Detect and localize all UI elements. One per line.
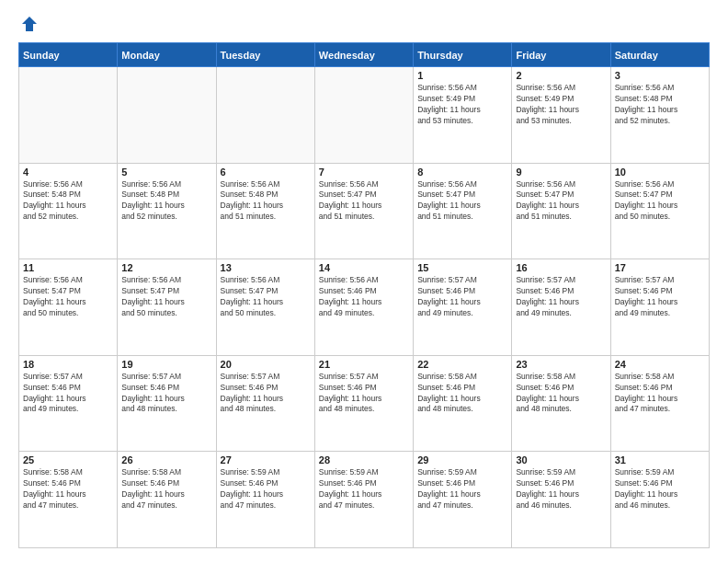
calendar-cell: 30Sunrise: 5:59 AM Sunset: 5:46 PM Dayli… xyxy=(512,452,610,548)
day-number: 26 xyxy=(121,454,211,465)
calendar-cell: 7Sunrise: 5:56 AM Sunset: 5:47 PM Daylig… xyxy=(314,163,413,259)
day-number: 28 xyxy=(319,454,409,465)
calendar-cell: 20Sunrise: 5:57 AM Sunset: 5:46 PM Dayli… xyxy=(216,355,314,452)
calendar-cell: 2Sunrise: 5:56 AM Sunset: 5:49 PM Daylig… xyxy=(512,67,610,164)
col-header-thursday: Thursday xyxy=(414,43,512,67)
cell-info: Sunrise: 5:57 AM Sunset: 5:46 PM Dayligh… xyxy=(417,275,507,319)
cell-info: Sunrise: 5:56 AM Sunset: 5:48 PM Dayligh… xyxy=(23,179,113,224)
day-number: 23 xyxy=(516,359,606,370)
day-number: 5 xyxy=(121,167,211,178)
col-header-sunday: Sunday xyxy=(19,43,118,67)
cell-info: Sunrise: 5:59 AM Sunset: 5:46 PM Dayligh… xyxy=(516,467,606,511)
day-number: 22 xyxy=(417,359,507,370)
calendar-cell: 31Sunrise: 5:59 AM Sunset: 5:46 PM Dayli… xyxy=(610,452,709,548)
cell-info: Sunrise: 5:56 AM Sunset: 5:48 PM Dayligh… xyxy=(615,83,705,127)
day-number: 11 xyxy=(23,262,113,273)
day-number: 17 xyxy=(615,262,705,273)
day-number: 21 xyxy=(319,359,409,370)
calendar-cell: 10Sunrise: 5:56 AM Sunset: 5:47 PM Dayli… xyxy=(610,163,709,259)
calendar-cell: 19Sunrise: 5:57 AM Sunset: 5:46 PM Dayli… xyxy=(118,355,216,452)
calendar-cell: 22Sunrise: 5:58 AM Sunset: 5:46 PM Dayli… xyxy=(414,355,512,452)
day-number: 7 xyxy=(319,167,409,178)
calendar-cell: 26Sunrise: 5:58 AM Sunset: 5:46 PM Dayli… xyxy=(118,452,216,548)
col-header-friday: Friday xyxy=(512,43,610,67)
cell-info: Sunrise: 5:56 AM Sunset: 5:49 PM Dayligh… xyxy=(516,83,606,127)
cell-info: Sunrise: 5:58 AM Sunset: 5:46 PM Dayligh… xyxy=(615,372,705,416)
calendar-cell: 25Sunrise: 5:58 AM Sunset: 5:46 PM Dayli… xyxy=(19,452,118,548)
cell-info: Sunrise: 5:59 AM Sunset: 5:46 PM Dayligh… xyxy=(221,467,311,511)
day-number: 4 xyxy=(23,167,113,178)
calendar-cell: 24Sunrise: 5:58 AM Sunset: 5:46 PM Dayli… xyxy=(610,355,709,452)
calendar-cell: 1Sunrise: 5:56 AM Sunset: 5:49 PM Daylig… xyxy=(414,67,512,164)
cell-info: Sunrise: 5:58 AM Sunset: 5:46 PM Dayligh… xyxy=(23,467,113,511)
calendar-cell xyxy=(314,67,413,164)
cell-info: Sunrise: 5:57 AM Sunset: 5:46 PM Dayligh… xyxy=(516,275,606,319)
day-number: 27 xyxy=(221,454,311,465)
day-number: 2 xyxy=(516,70,606,81)
cell-info: Sunrise: 5:56 AM Sunset: 5:47 PM Dayligh… xyxy=(615,179,705,224)
cell-info: Sunrise: 5:58 AM Sunset: 5:46 PM Dayligh… xyxy=(417,372,507,416)
cell-info: Sunrise: 5:56 AM Sunset: 5:47 PM Dayligh… xyxy=(516,179,606,224)
day-number: 15 xyxy=(417,262,507,273)
day-number: 24 xyxy=(615,359,705,370)
calendar-cell: 5Sunrise: 5:56 AM Sunset: 5:48 PM Daylig… xyxy=(118,163,216,259)
header xyxy=(18,15,710,33)
day-number: 18 xyxy=(23,359,113,370)
day-number: 1 xyxy=(417,70,507,81)
calendar: SundayMondayTuesdayWednesdayThursdayFrid… xyxy=(18,42,710,548)
calendar-cell xyxy=(216,67,314,164)
week-row-4: 18Sunrise: 5:57 AM Sunset: 5:46 PM Dayli… xyxy=(19,355,710,452)
calendar-cell: 14Sunrise: 5:56 AM Sunset: 5:46 PM Dayli… xyxy=(314,259,413,356)
col-header-wednesday: Wednesday xyxy=(314,43,413,67)
calendar-cell: 9Sunrise: 5:56 AM Sunset: 5:47 PM Daylig… xyxy=(512,163,610,259)
cell-info: Sunrise: 5:56 AM Sunset: 5:47 PM Dayligh… xyxy=(417,179,507,224)
calendar-cell: 23Sunrise: 5:58 AM Sunset: 5:46 PM Dayli… xyxy=(512,355,610,452)
calendar-cell: 16Sunrise: 5:57 AM Sunset: 5:46 PM Dayli… xyxy=(512,259,610,356)
day-number: 10 xyxy=(615,167,705,178)
day-number: 13 xyxy=(221,262,311,273)
calendar-cell: 13Sunrise: 5:56 AM Sunset: 5:47 PM Dayli… xyxy=(216,259,314,356)
cell-info: Sunrise: 5:56 AM Sunset: 5:48 PM Dayligh… xyxy=(121,179,211,224)
cell-info: Sunrise: 5:59 AM Sunset: 5:46 PM Dayligh… xyxy=(417,467,507,511)
calendar-cell: 28Sunrise: 5:59 AM Sunset: 5:46 PM Dayli… xyxy=(314,452,413,548)
cell-info: Sunrise: 5:57 AM Sunset: 5:46 PM Dayligh… xyxy=(121,372,211,416)
week-row-2: 4Sunrise: 5:56 AM Sunset: 5:48 PM Daylig… xyxy=(19,163,710,259)
logo-icon xyxy=(20,15,39,33)
week-row-3: 11Sunrise: 5:56 AM Sunset: 5:47 PM Dayli… xyxy=(19,259,710,356)
day-number: 12 xyxy=(121,262,211,273)
cell-info: Sunrise: 5:56 AM Sunset: 5:49 PM Dayligh… xyxy=(417,83,507,127)
svg-marker-0 xyxy=(22,17,37,31)
cell-info: Sunrise: 5:57 AM Sunset: 5:46 PM Dayligh… xyxy=(221,372,311,416)
cell-info: Sunrise: 5:58 AM Sunset: 5:46 PM Dayligh… xyxy=(121,467,211,511)
logo xyxy=(18,15,39,33)
cell-info: Sunrise: 5:57 AM Sunset: 5:46 PM Dayligh… xyxy=(615,275,705,319)
day-number: 3 xyxy=(615,70,705,81)
cell-info: Sunrise: 5:59 AM Sunset: 5:46 PM Dayligh… xyxy=(615,467,705,511)
col-header-monday: Monday xyxy=(118,43,216,67)
week-row-5: 25Sunrise: 5:58 AM Sunset: 5:46 PM Dayli… xyxy=(19,452,710,548)
col-header-saturday: Saturday xyxy=(610,43,709,67)
calendar-cell xyxy=(19,67,118,164)
header-row: SundayMondayTuesdayWednesdayThursdayFrid… xyxy=(19,43,710,67)
day-number: 14 xyxy=(319,262,409,273)
day-number: 25 xyxy=(23,454,113,465)
calendar-cell: 18Sunrise: 5:57 AM Sunset: 5:46 PM Dayli… xyxy=(19,355,118,452)
cell-info: Sunrise: 5:56 AM Sunset: 5:46 PM Dayligh… xyxy=(319,275,409,319)
cell-info: Sunrise: 5:56 AM Sunset: 5:47 PM Dayligh… xyxy=(319,179,409,224)
day-number: 6 xyxy=(221,167,311,178)
calendar-cell: 8Sunrise: 5:56 AM Sunset: 5:47 PM Daylig… xyxy=(414,163,512,259)
cell-info: Sunrise: 5:57 AM Sunset: 5:46 PM Dayligh… xyxy=(319,372,409,416)
calendar-cell: 11Sunrise: 5:56 AM Sunset: 5:47 PM Dayli… xyxy=(19,259,118,356)
day-number: 29 xyxy=(417,454,507,465)
col-header-tuesday: Tuesday xyxy=(216,43,314,67)
day-number: 19 xyxy=(121,359,211,370)
cell-info: Sunrise: 5:56 AM Sunset: 5:47 PM Dayligh… xyxy=(221,275,311,319)
cell-info: Sunrise: 5:58 AM Sunset: 5:46 PM Dayligh… xyxy=(516,372,606,416)
calendar-cell: 21Sunrise: 5:57 AM Sunset: 5:46 PM Dayli… xyxy=(314,355,413,452)
cell-info: Sunrise: 5:57 AM Sunset: 5:46 PM Dayligh… xyxy=(23,372,113,416)
calendar-cell: 27Sunrise: 5:59 AM Sunset: 5:46 PM Dayli… xyxy=(216,452,314,548)
calendar-cell xyxy=(118,67,216,164)
day-number: 30 xyxy=(516,454,606,465)
calendar-cell: 15Sunrise: 5:57 AM Sunset: 5:46 PM Dayli… xyxy=(414,259,512,356)
week-row-1: 1Sunrise: 5:56 AM Sunset: 5:49 PM Daylig… xyxy=(19,67,710,164)
